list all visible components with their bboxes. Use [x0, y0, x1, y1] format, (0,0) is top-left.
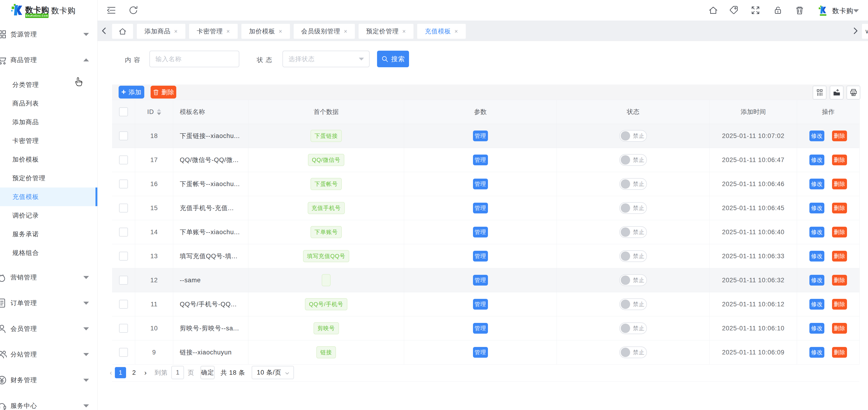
- hamburger-icon[interactable]: [106, 5, 116, 15]
- tab-会员级别管理[interactable]: 会员级别管理×: [294, 24, 355, 39]
- sidebar-subitem-商品列表[interactable]: 商品列表: [0, 94, 97, 113]
- tab-scroll-right[interactable]: [850, 26, 860, 35]
- sidebar-subitem-充值模板[interactable]: 充值模板: [0, 188, 97, 206]
- home-icon[interactable]: [708, 5, 718, 15]
- row-checkbox[interactable]: [119, 324, 128, 333]
- row-checkbox[interactable]: [119, 348, 128, 357]
- manage-button[interactable]: 管理: [473, 179, 488, 189]
- tab-充值模板[interactable]: 充值模板×: [417, 24, 466, 39]
- tab-预定价管理[interactable]: 预定价管理×: [359, 24, 413, 39]
- tab-close-icon[interactable]: ×: [279, 28, 282, 35]
- tab-close-icon[interactable]: ×: [226, 28, 230, 35]
- tab-home[interactable]: [112, 24, 133, 39]
- lock-icon[interactable]: [773, 5, 783, 15]
- tab-scroll-left[interactable]: [100, 26, 109, 35]
- tab-加价模板[interactable]: 加价模板×: [241, 24, 290, 39]
- sidebar-item-服务中心[interactable]: 服务中心: [0, 393, 97, 410]
- goto-page-input[interactable]: 1: [172, 366, 184, 379]
- page-size-select[interactable]: 10 条/页: [252, 366, 294, 379]
- sidebar-item-货源管理[interactable]: 货源管理: [0, 22, 97, 47]
- sidebar-item-商品管理[interactable]: 商品管理: [0, 47, 97, 73]
- page-number-1[interactable]: 1: [115, 367, 126, 378]
- fullscreen-icon[interactable]: [750, 5, 761, 15]
- edit-button[interactable]: 修改: [809, 130, 824, 141]
- sidebar-item-订单管理[interactable]: 订单管理: [0, 290, 97, 316]
- page-number-2[interactable]: 2: [128, 367, 140, 378]
- status-switch[interactable]: 禁止: [619, 274, 647, 286]
- manage-button[interactable]: 管理: [473, 203, 488, 213]
- sidebar-subitem-服务承诺[interactable]: 服务承诺: [0, 225, 97, 244]
- content-input[interactable]: 输入名称: [149, 51, 239, 67]
- tab-close-icon[interactable]: ×: [344, 28, 348, 35]
- row-checkbox[interactable]: [119, 252, 128, 260]
- row-checkbox[interactable]: [119, 131, 128, 140]
- goto-confirm-button[interactable]: 确定: [200, 366, 215, 379]
- row-checkbox[interactable]: [119, 156, 128, 164]
- edit-button[interactable]: 修改: [809, 179, 824, 189]
- status-switch[interactable]: 禁止: [619, 154, 647, 166]
- manage-button[interactable]: 管理: [473, 227, 488, 238]
- sidebar-item-营销管理[interactable]: 营销管理: [0, 264, 97, 290]
- status-switch[interactable]: 禁止: [619, 298, 647, 310]
- edit-button[interactable]: 修改: [809, 299, 824, 310]
- manage-button[interactable]: 管理: [473, 323, 488, 334]
- tag-icon[interactable]: [729, 5, 739, 15]
- sidebar-item-分站管理[interactable]: 分站管理: [0, 342, 97, 367]
- page-next-button[interactable]: ›: [144, 369, 147, 377]
- row-checkbox[interactable]: [119, 276, 128, 285]
- manage-button[interactable]: 管理: [473, 299, 488, 310]
- trash-icon[interactable]: [795, 5, 805, 15]
- manage-button[interactable]: 管理: [473, 155, 488, 165]
- edit-button[interactable]: 修改: [809, 203, 824, 213]
- edit-button[interactable]: 修改: [809, 275, 824, 286]
- sidebar-subitem-预定价管理[interactable]: 预定价管理: [0, 169, 97, 188]
- sidebar-subitem-调价记录[interactable]: 调价记录: [0, 206, 97, 225]
- row-delete-button[interactable]: 删除: [832, 347, 847, 358]
- sidebar-item-会员管理[interactable]: 会员管理: [0, 316, 97, 342]
- edit-button[interactable]: 修改: [809, 155, 824, 165]
- export-button[interactable]: [830, 86, 843, 99]
- status-switch[interactable]: 禁止: [619, 178, 647, 190]
- refresh-icon[interactable]: [128, 5, 138, 15]
- row-checkbox[interactable]: [119, 300, 128, 309]
- tab-close-icon[interactable]: ×: [174, 28, 178, 35]
- user-avatar[interactable]: [818, 5, 828, 16]
- manage-button[interactable]: 管理: [473, 275, 488, 286]
- row-delete-button[interactable]: 删除: [832, 155, 847, 165]
- status-select[interactable]: 选择状态: [282, 51, 370, 67]
- tab-overflow-button[interactable]: ∨: [862, 24, 868, 39]
- status-switch[interactable]: 禁止: [619, 202, 647, 214]
- print-button[interactable]: [846, 86, 860, 99]
- column-settings-button[interactable]: [813, 86, 827, 99]
- delete-button[interactable]: 删除: [151, 86, 176, 98]
- sidebar-subitem-规格组合[interactable]: 规格组合: [0, 244, 97, 262]
- manage-button[interactable]: 管理: [473, 130, 488, 141]
- row-checkbox[interactable]: [119, 180, 128, 188]
- row-delete-button[interactable]: 删除: [832, 179, 847, 189]
- search-button[interactable]: 搜索: [377, 51, 409, 67]
- sidebar-subitem-加价模板[interactable]: 加价模板: [0, 150, 97, 169]
- status-switch[interactable]: 禁止: [619, 322, 647, 334]
- sidebar-subitem-添加商品[interactable]: 添加商品: [0, 113, 97, 131]
- status-switch[interactable]: 禁止: [619, 346, 647, 358]
- manage-button[interactable]: 管理: [473, 251, 488, 261]
- edit-button[interactable]: 修改: [809, 227, 824, 238]
- add-button[interactable]: + 添加: [119, 86, 144, 98]
- row-delete-button[interactable]: 删除: [832, 275, 847, 286]
- status-switch[interactable]: 禁止: [619, 250, 647, 262]
- row-checkbox[interactable]: [119, 203, 128, 213]
- row-delete-button[interactable]: 删除: [832, 227, 847, 238]
- logo[interactable]: 数卡购 ShuKaGou.Com 数卡购: [0, 0, 97, 21]
- row-delete-button[interactable]: 删除: [832, 203, 847, 213]
- edit-button[interactable]: 修改: [809, 323, 824, 334]
- status-switch[interactable]: 禁止: [619, 130, 647, 142]
- sidebar-item-财务管理[interactable]: 财务管理: [0, 367, 97, 393]
- manage-button[interactable]: 管理: [473, 347, 488, 358]
- sort-icon[interactable]: [157, 109, 161, 115]
- tab-卡密管理[interactable]: 卡密管理×: [189, 24, 238, 39]
- tab-close-icon[interactable]: ×: [402, 28, 406, 35]
- row-checkbox[interactable]: [119, 228, 128, 236]
- sidebar-subitem-卡密管理[interactable]: 卡密管理: [0, 131, 97, 150]
- tab-添加商品[interactable]: 添加商品×: [137, 24, 185, 39]
- status-switch[interactable]: 禁止: [619, 226, 647, 238]
